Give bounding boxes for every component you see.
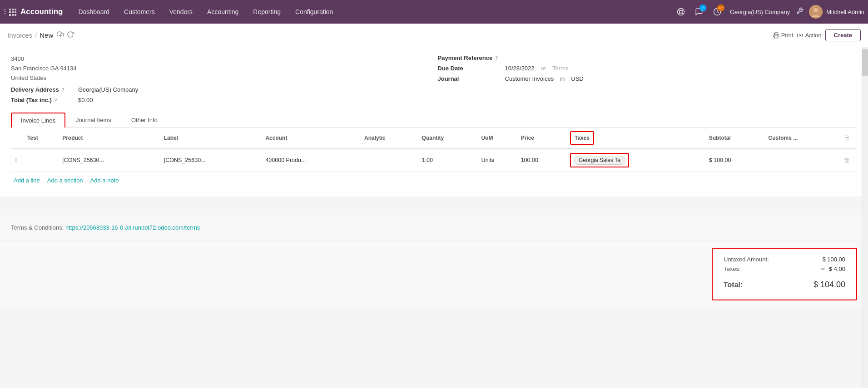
svg-rect-7: [12, 14, 14, 16]
subheader-icons: [57, 31, 74, 39]
untaxed-value: $ 100.00: [822, 256, 845, 263]
breadcrumb: Invoices / New: [7, 31, 53, 39]
cloud-save-icon[interactable]: [57, 31, 64, 39]
tab-other-info[interactable]: Other Info: [122, 113, 167, 127]
scrollbar[interactable]: [862, 47, 868, 388]
payment-reference-row: Payment Reference ?: [438, 54, 858, 61]
tab-invoice-lines[interactable]: Invoice Lines: [11, 113, 65, 128]
svg-rect-3: [9, 11, 11, 13]
add-line-link[interactable]: Add a line: [14, 177, 40, 184]
right-info-section: Payment Reference ? Due Date 10/28/2022 …: [438, 54, 858, 107]
terms-section: Terms & Conditions: https://20568933-16-…: [0, 215, 868, 240]
journal-row: Journal Customer Invoices in USD: [438, 75, 858, 82]
subheader: Invoices / New Print: [0, 24, 868, 47]
print-button[interactable]: Print: [773, 32, 794, 39]
company-name[interactable]: Georgia(US) Company: [730, 9, 790, 15]
delete-row-icon[interactable]: 🗑: [843, 157, 850, 164]
th-quantity: Quantity: [419, 128, 479, 149]
delivery-address-help[interactable]: ?: [61, 87, 64, 93]
row-account[interactable]: 400000 Produ...: [263, 149, 362, 172]
total-label: Total (Tax inc.) ?: [11, 97, 74, 103]
journal-currency: USD: [571, 75, 583, 82]
journal-value[interactable]: Customer Invoices: [505, 75, 554, 82]
total-value: $0.00: [78, 97, 93, 103]
th-test: Test: [25, 128, 60, 149]
nav-dashboard[interactable]: Dashboard: [71, 0, 117, 24]
breadcrumb-parent[interactable]: Invoices: [7, 31, 32, 39]
row-analytic[interactable]: [362, 149, 419, 172]
svg-line-14: [679, 13, 680, 14]
svg-line-11: [679, 10, 680, 11]
col-settings-icon[interactable]: [843, 135, 850, 142]
delivery-address-label: Delivery Address ?: [11, 86, 74, 93]
bottom-section: Terms & Conditions: https://20568933-16-…: [0, 215, 868, 308]
total-help[interactable]: ?: [54, 98, 57, 103]
nav-configuration[interactable]: Configuration: [288, 0, 340, 24]
row-uom[interactable]: Units: [478, 149, 518, 172]
nav-accounting[interactable]: Accounting: [200, 0, 246, 24]
support-icon[interactable]: [673, 4, 689, 20]
nav-customers[interactable]: Customers: [117, 0, 162, 24]
due-date-terms[interactable]: Terms: [552, 65, 568, 72]
address-line-1: 3400: [11, 54, 431, 64]
totals-wrapper: Untaxed Amount: $ 100.00 Taxes: ✏ $ 4.00…: [0, 240, 868, 308]
due-date-row: Due Date 10/28/2022 or Terms: [438, 65, 858, 72]
drag-handle-icon[interactable]: ⇕: [14, 157, 19, 164]
grand-total-value: $ 104.00: [813, 280, 845, 290]
tab-journal-items[interactable]: Journal Items: [66, 113, 121, 127]
payment-reference-help[interactable]: ?: [495, 55, 498, 61]
grand-total-label: Total:: [724, 281, 743, 289]
svg-line-13: [682, 10, 683, 11]
wrench-icon[interactable]: [796, 7, 804, 16]
nav-reporting[interactable]: Reporting: [246, 0, 288, 24]
row-test[interactable]: [25, 149, 60, 172]
taxes-column-header: Taxes: [570, 131, 594, 145]
nav-right-actions: 7 47 Georgia(US) Company Mitchell Admin: [673, 4, 864, 20]
svg-rect-5: [15, 11, 16, 13]
invoice-lines-table: Test Product Label Account Analytic Quan…: [11, 128, 857, 172]
tax-badge[interactable]: Georgia Sales Ta: [574, 156, 625, 165]
pencil-icon[interactable]: ✏: [821, 266, 825, 272]
username[interactable]: Mitchell Admin: [826, 9, 864, 15]
due-date-or: or: [541, 65, 546, 72]
terms-label: Terms & Conditions:: [11, 224, 64, 231]
row-delete[interactable]: 🗑: [841, 149, 857, 172]
grid-icon[interactable]: ⁝: [4, 7, 17, 17]
refresh-icon[interactable]: [67, 31, 74, 39]
address-block: 3400 San Francisco GA 94134 United State…: [11, 54, 431, 83]
row-label[interactable]: [CONS_25630...: [161, 149, 263, 172]
due-date-label: Due Date: [438, 65, 501, 72]
add-links-row: Add a line Add a section Add a note: [11, 172, 857, 189]
svg-rect-4: [12, 11, 14, 13]
activity-icon[interactable]: 47: [709, 4, 725, 20]
row-price[interactable]: 100.00: [518, 149, 567, 172]
row-product[interactable]: [CONS_25630...: [60, 149, 161, 172]
action-button[interactable]: Action: [797, 32, 821, 39]
row-taxes[interactable]: Georgia Sales Ta: [567, 149, 706, 172]
due-date-value[interactable]: 10/28/2022: [505, 65, 535, 72]
journal-label: Journal: [438, 75, 501, 82]
taxes-label: Taxes:: [724, 265, 741, 272]
svg-point-20: [799, 34, 801, 36]
th-col-settings[interactable]: [841, 128, 857, 149]
th-account: Account: [263, 128, 362, 149]
nav-vendors[interactable]: Vendors: [162, 0, 200, 24]
activity-badge: 47: [717, 5, 724, 11]
left-info-section: 3400 San Francisco GA 94134 United State…: [11, 54, 431, 107]
svg-point-10: [680, 10, 682, 13]
taxes-value: ✏ $ 4.00: [821, 265, 845, 272]
terms-url[interactable]: https://20568933-16-0-all.runbot72.odoo.…: [65, 224, 200, 231]
table-row: ⇕ [CONS_25630... [CONS_25630... 400000 P…: [11, 149, 857, 172]
create-button[interactable]: Create: [825, 29, 861, 41]
chat-icon[interactable]: 7: [691, 4, 707, 20]
add-note-link[interactable]: Add a note: [90, 177, 119, 184]
row-drag-handle[interactable]: ⇕: [11, 149, 25, 172]
untaxed-amount-row: Untaxed Amount: $ 100.00: [724, 256, 845, 263]
grand-total-row: Total: $ 104.00: [724, 276, 845, 290]
scrollbar-thumb[interactable]: [862, 49, 868, 76]
add-section-link[interactable]: Add a section: [47, 177, 83, 184]
row-quantity[interactable]: 1.00: [419, 149, 479, 172]
th-uom: UoM: [478, 128, 518, 149]
avatar[interactable]: [809, 5, 823, 19]
svg-rect-8: [15, 14, 16, 16]
